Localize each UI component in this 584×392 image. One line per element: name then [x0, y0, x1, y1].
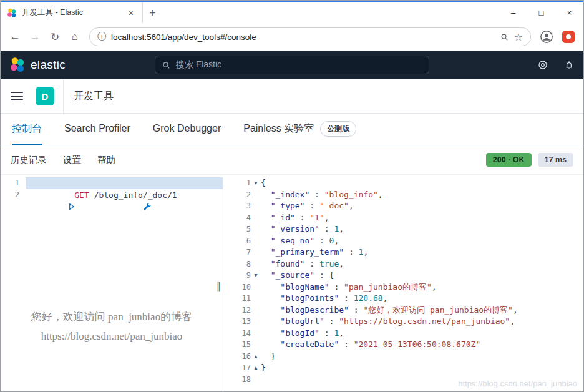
- tab-label: Search Profiler: [64, 123, 130, 134]
- response-line: 16▴ }: [231, 351, 583, 363]
- fold-spacer: [251, 235, 261, 247]
- tab-painless-lab[interactable]: Painless 实验室公测版: [243, 114, 356, 145]
- response-line: 12 "blogDescribe" : "您好，欢迎访问 pan_junbiao…: [231, 305, 583, 316]
- page-info-icon[interactable]: ⓘ: [97, 31, 106, 42]
- line-number: 12: [231, 305, 251, 316]
- response-line: 17▴}: [231, 362, 583, 374]
- minimize-button[interactable]: –: [499, 2, 527, 23]
- response-code: "_source" : {: [261, 270, 334, 282]
- menu-hamburger-icon[interactable]: [11, 92, 23, 100]
- fold-spacer: [251, 339, 261, 351]
- request-editor-pane[interactable]: 1 GET /blog_info/_doc/1: [1, 175, 223, 391]
- line-number: 17: [231, 362, 251, 374]
- tab-label: Grok Debugger: [153, 123, 221, 134]
- response-line: 2 "_index" : "blog_info",: [231, 189, 583, 201]
- tab-grok-debugger[interactable]: Grok Debugger: [153, 114, 221, 145]
- response-line: 8 "found" : true,: [231, 258, 583, 270]
- breadcrumb-page-title: 开发工具: [74, 90, 114, 103]
- new-tab-button[interactable]: +: [149, 7, 156, 19]
- tab-search-profiler[interactable]: Search Profiler: [64, 114, 130, 145]
- response-code: "_seq_no" : 0,: [261, 235, 339, 247]
- global-search-input[interactable]: 搜索 Elastic: [155, 56, 429, 74]
- space-badge[interactable]: D: [36, 87, 54, 105]
- fold-toggle-icon[interactable]: ▴: [251, 362, 261, 374]
- browser-addressbar: ← → ↻ ⌂ ⓘ localhost:5601/app/dev_tools#/…: [1, 23, 583, 51]
- elastic-logo[interactable]: elastic: [9, 57, 66, 73]
- line-number: 9: [231, 270, 251, 282]
- back-icon[interactable]: ←: [6, 27, 24, 46]
- reload-icon[interactable]: ↻: [46, 27, 64, 46]
- maximize-button[interactable]: □: [527, 2, 555, 23]
- response-code: "blogPoints" : 120.68,: [261, 293, 388, 305]
- response-code: }: [261, 362, 266, 374]
- line-number: 3: [231, 200, 251, 212]
- header-icons: [537, 59, 575, 71]
- response-code: }: [261, 351, 275, 363]
- response-lines: 1▾{2 "_index" : "blog_info",3 "_type" : …: [231, 177, 583, 385]
- response-line: 4 "_id" : "1",: [231, 212, 583, 224]
- forward-icon[interactable]: →: [26, 27, 44, 46]
- request-line[interactable]: 2: [1, 189, 223, 201]
- close-button[interactable]: ×: [555, 2, 583, 23]
- response-line: 5 "_version" : 1,: [231, 223, 583, 235]
- url-bar[interactable]: ⓘ localhost:5601/app/dev_tools#/console …: [89, 27, 531, 46]
- home-icon[interactable]: ⌂: [66, 27, 84, 46]
- zoom-icon[interactable]: [500, 32, 509, 42]
- line-number: 15: [231, 339, 251, 351]
- tab-title: 开发工具 - Elastic: [22, 7, 121, 18]
- fold-spacer: [251, 316, 261, 328]
- brand-name: elastic: [31, 58, 66, 72]
- request-options-wrench-icon[interactable]: [143, 179, 212, 235]
- request-actions: [67, 179, 212, 235]
- fold-spacer: [251, 282, 261, 293]
- response-code: {: [261, 177, 266, 189]
- fold-spacer: [251, 223, 261, 235]
- response-code: "_primary_term" : 1,: [261, 247, 368, 258]
- splitter-drag-handle[interactable]: ‖: [217, 281, 221, 291]
- fold-toggle-icon[interactable]: ▾: [251, 177, 261, 189]
- menu-settings[interactable]: 设置: [63, 154, 81, 166]
- dev-tools-tabs: 控制台Search ProfilerGrok DebuggerPainless …: [1, 114, 583, 145]
- line-number: 13: [231, 316, 251, 328]
- response-viewer-pane[interactable]: 1▾{2 "_index" : "blog_info",3 "_type" : …: [231, 175, 583, 391]
- response-line: 10 "blogName" : "pan_junbiao的博客",: [231, 282, 583, 293]
- send-request-play-icon[interactable]: [67, 179, 136, 235]
- elastic-favicon: [7, 8, 17, 18]
- response-line: 14 "blogId" : 1,: [231, 328, 583, 340]
- menu-help[interactable]: 帮助: [97, 154, 115, 166]
- line-number: 11: [231, 293, 251, 305]
- response-badges: 200 - OK 17 ms: [486, 153, 573, 167]
- url-text[interactable]: localhost:5601/app/dev_tools#/console: [111, 32, 495, 42]
- time-badge: 17 ms: [538, 153, 573, 167]
- alerts-bell-icon[interactable]: [563, 59, 575, 71]
- browser-extension-icon[interactable]: [562, 31, 575, 43]
- tab-close-icon[interactable]: ×: [126, 7, 136, 19]
- bookmark-star-icon[interactable]: ☆: [514, 31, 523, 43]
- tab-console[interactable]: 控制台: [12, 114, 42, 145]
- browser-tab[interactable]: 开发工具 - Elastic ×: [1, 2, 143, 23]
- response-line: 15 "createDate" : "2021-05-13T06:50:08.6…: [231, 339, 583, 351]
- browser-window: 开发工具 - Elastic × + – □ × ← → ↻ ⌂ ⓘ local…: [0, 0, 584, 392]
- fold-toggle-icon[interactable]: ▴: [251, 351, 261, 363]
- elastic-header: elastic 搜索 Elastic: [1, 51, 583, 79]
- response-code: "blogDescribe" : "您好，欢迎访问 pan_junbiao的博客…: [261, 305, 518, 316]
- pane-splitter[interactable]: ‖: [223, 175, 231, 391]
- response-code: "found" : true,: [261, 258, 344, 270]
- menu-history[interactable]: 历史记录: [11, 154, 47, 166]
- fold-spacer: [251, 328, 261, 340]
- response-line: 11 "blogPoints" : 120.68,: [231, 293, 583, 305]
- fold-spacer: [251, 247, 261, 258]
- response-line: 1▾{: [231, 177, 583, 189]
- nav-row: D 开发工具: [1, 79, 583, 114]
- fold-spacer: [251, 293, 261, 305]
- console-menu: 历史记录设置帮助: [11, 154, 115, 166]
- line-number: 8: [231, 258, 251, 270]
- fold-spacer: [251, 305, 261, 316]
- response-line: 3 "_type" : "_doc",: [231, 200, 583, 212]
- fold-toggle-icon[interactable]: ▾: [251, 270, 261, 282]
- fold-spacer: [251, 258, 261, 270]
- request-line[interactable]: 1 GET /blog_info/_doc/1: [1, 177, 223, 189]
- divider: [63, 79, 64, 113]
- profile-avatar-icon[interactable]: [538, 29, 555, 45]
- deployment-icon[interactable]: [537, 59, 548, 71]
